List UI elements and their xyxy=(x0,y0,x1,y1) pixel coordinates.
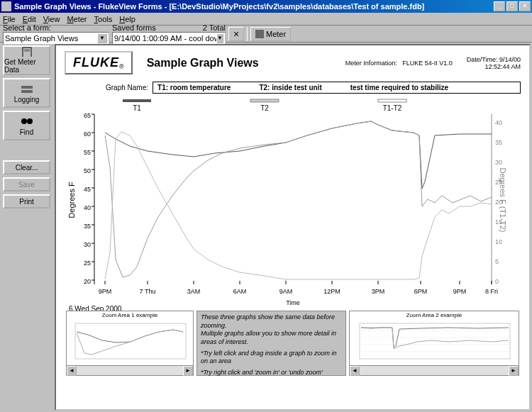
svg-text:3PM: 3PM xyxy=(372,288,385,295)
menu-help[interactable]: Help xyxy=(119,15,135,23)
main-chart[interactable]: T1 T2 T1-T2 656055 504540 353025 20 xyxy=(66,96,520,309)
datetime: Date/Time: 9/14/00 12:52:44 AM xyxy=(467,56,521,70)
svg-text:50: 50 xyxy=(84,167,91,174)
svg-text:60: 60 xyxy=(84,130,91,138)
page-header: FLUKE® Sample Graph Views Meter Informat… xyxy=(56,45,529,80)
scroll-left-button[interactable]: ◄ xyxy=(67,366,77,376)
select-form-value: Sample Graph Views xyxy=(5,34,78,43)
svg-text:55: 55 xyxy=(84,149,91,156)
svg-text:0: 0 xyxy=(495,278,499,285)
zoom-thumb-1-title: Zoom Area 1 example xyxy=(67,311,193,319)
svg-rect-61 xyxy=(75,323,186,359)
toolbar: Select a form: Sample Graph Views ▼ Save… xyxy=(0,26,532,43)
clear-label: Clear... xyxy=(16,164,38,172)
print-button[interactable]: Print xyxy=(3,194,50,208)
svg-text:9PM: 9PM xyxy=(453,288,467,295)
zoom-thumb-2[interactable]: Zoom Area 2 example ◄ ► xyxy=(349,311,519,376)
menu-edit[interactable]: Edit xyxy=(23,15,36,23)
graph-name-label: Graph Name: xyxy=(106,84,148,91)
info-line-4: *Try right click and 'zoom in' or 'undo … xyxy=(201,369,342,377)
logging-button[interactable]: Logging xyxy=(3,78,50,108)
svg-text:12PM: 12PM xyxy=(323,288,340,295)
meter-data-icon xyxy=(20,47,34,57)
saved-forms-dropdown[interactable]: 9/14/00 1:00:09 AM - cool down test [Flu… xyxy=(112,32,226,45)
zoom-thumb-1-chart xyxy=(67,319,193,367)
svg-text:6PM: 6PM xyxy=(414,288,428,295)
scroll-track[interactable] xyxy=(360,366,509,375)
content-area: FLUKE® Sample Graph Views Meter Informat… xyxy=(55,44,531,411)
graph-name-t1: T1: room temperature xyxy=(157,84,231,91)
saved-forms-value: 9/14/00 1:00:09 AM - cool down test [Flu… xyxy=(114,34,216,43)
logging-label: Logging xyxy=(14,96,40,104)
svg-rect-1 xyxy=(24,49,30,52)
svg-text:65: 65 xyxy=(84,112,91,119)
graph-name-note: test time required to stabilize xyxy=(350,84,448,91)
scrollbar[interactable]: ◄ ► xyxy=(67,365,193,375)
menu-file[interactable]: File xyxy=(3,15,16,23)
scroll-track[interactable] xyxy=(77,366,183,375)
svg-rect-2 xyxy=(21,86,33,89)
svg-point-5 xyxy=(27,118,33,124)
svg-rect-0 xyxy=(23,48,31,57)
save-button: Save xyxy=(3,177,50,191)
print-label: Print xyxy=(19,198,34,206)
svg-text:6AM: 6AM xyxy=(233,288,247,295)
menu-view[interactable]: View xyxy=(43,15,60,23)
close-button[interactable]: × xyxy=(519,1,531,11)
svg-text:40: 40 xyxy=(495,119,502,126)
meter-info: Meter Information: FLUKE 54-II V1.0 xyxy=(345,60,453,67)
svg-text:10: 10 xyxy=(495,238,502,245)
zoom-thumb-1[interactable]: Zoom Area 1 example ◄ ► xyxy=(66,311,194,376)
y-axis-right-label: Degrees F (T1-T2) xyxy=(498,167,506,232)
scroll-right-button[interactable]: ► xyxy=(509,366,519,376)
info-line-1: These three graphs show the same data be… xyxy=(201,313,342,330)
minimize-button[interactable]: _ xyxy=(494,1,505,11)
get-meter-label: Get Meter Data xyxy=(4,58,49,74)
close-form-button[interactable]: × xyxy=(228,27,244,41)
trace-t2-label: T2 xyxy=(260,104,269,112)
svg-text:5: 5 xyxy=(495,258,499,265)
title-bar: Sample Graph Views - FlukeView Forms - [… xyxy=(0,0,532,13)
svg-text:20: 20 xyxy=(84,278,91,285)
info-line-3: *Try left click and drag inside a graph … xyxy=(201,350,342,366)
clear-button[interactable]: Clear... xyxy=(3,160,50,174)
main-chart-area[interactable]: Degrees F Degrees F (T1-T2) T1 T2 T1-T2 … xyxy=(56,96,529,309)
svg-text:30: 30 xyxy=(495,159,502,166)
menu-meter[interactable]: Meter xyxy=(67,15,87,23)
info-line-2: Multiple graphs allow you to show more d… xyxy=(201,330,342,346)
find-button[interactable]: Find xyxy=(3,111,50,140)
meter-button[interactable]: Meter xyxy=(250,27,291,41)
sidebar: Get Meter Data Logging Find Clear... Sav… xyxy=(0,43,53,412)
svg-text:9AM: 9AM xyxy=(279,288,293,295)
svg-text:8 Fri: 8 Fri xyxy=(485,288,498,295)
app-icon xyxy=(1,1,11,11)
brand-logo: FLUKE® xyxy=(65,51,133,74)
menu-tools[interactable]: Tools xyxy=(94,15,113,23)
svg-text:30: 30 xyxy=(84,241,91,248)
graph-name-t2: T2: inside test unit xyxy=(259,84,321,91)
trace-t3-label: T1-T2 xyxy=(383,104,402,112)
meter-button-label: Meter xyxy=(266,30,286,38)
scrollbar[interactable]: ◄ ► xyxy=(350,365,519,375)
svg-rect-6 xyxy=(123,99,151,102)
svg-text:25: 25 xyxy=(84,260,91,267)
brand-text: FLUKE xyxy=(73,55,119,69)
binoculars-icon xyxy=(20,116,34,127)
maximize-button[interactable]: □ xyxy=(506,1,518,11)
get-meter-data-button[interactable]: Get Meter Data xyxy=(3,45,50,75)
find-label: Find xyxy=(20,128,33,136)
scroll-right-button[interactable]: ► xyxy=(183,366,193,376)
meter-info-value: FLUKE 54-II V1.0 xyxy=(402,60,453,67)
bottom-panels: Zoom Area 1 example ◄ ► These three grap… xyxy=(56,309,529,379)
graph-name-row: Graph Name: T1: room temperature T2: ins… xyxy=(56,80,529,96)
select-form-label: Select a form: xyxy=(3,23,109,32)
zoom-thumb-2-title: Zoom Area 2 example xyxy=(350,311,519,319)
svg-text:7 Thu: 7 Thu xyxy=(140,288,156,295)
svg-text:45: 45 xyxy=(84,186,91,193)
scroll-left-button[interactable]: ◄ xyxy=(350,366,360,376)
svg-rect-8 xyxy=(378,99,406,102)
svg-text:35: 35 xyxy=(495,139,502,146)
svg-rect-7 xyxy=(250,99,279,102)
zoom-thumb-2-chart xyxy=(350,319,519,367)
saved-forms-label: Saved forms xyxy=(112,23,156,32)
